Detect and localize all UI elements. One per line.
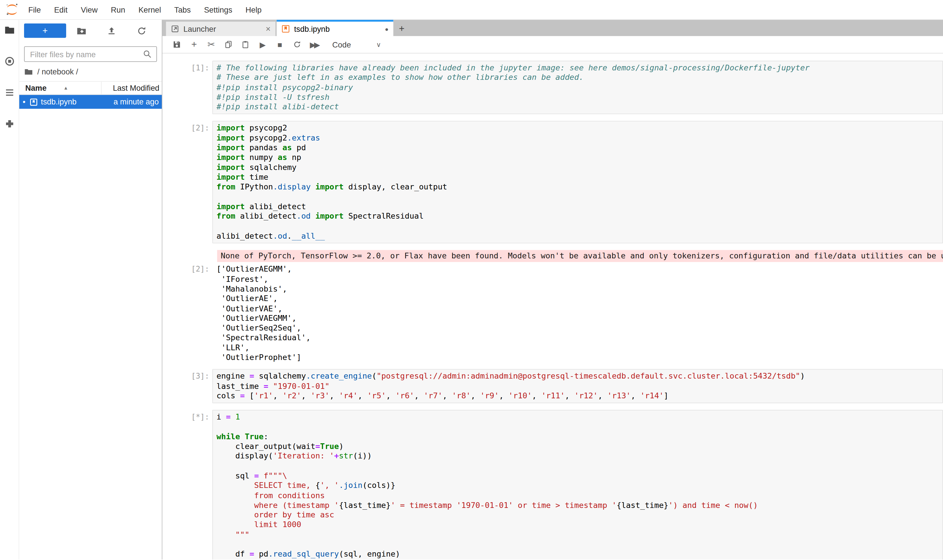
notebook-toolbar: + ✂ ▶ ■ ▶▶ Code ∨ — [162, 36, 943, 54]
copy-cells-button[interactable] — [220, 36, 237, 53]
file-browser-panel: + / note — [19, 20, 162, 559]
code-cell-editor[interactable]: i = 1 while True: clear_output(wait=True… — [212, 410, 943, 560]
menu-run[interactable]: Run — [104, 5, 132, 14]
extensions-puzzle-icon[interactable] — [4, 118, 15, 129]
cell-type-value: Code — [332, 40, 351, 49]
file-browser-toolbar: + — [19, 20, 162, 40]
cell-output: [2]:['OutlierAEGMM', 'IForest', 'Mahalan… — [167, 265, 943, 363]
tab-tsdb-notebook[interactable]: tsdb.ipynb ● — [276, 20, 393, 36]
jupyter-logo-icon — [5, 2, 19, 17]
unsaved-changes-icon[interactable]: ● — [385, 25, 389, 32]
dock-tab-bar: Launcher × tsdb.ipynb ● + — [162, 20, 943, 36]
running-sessions-icon[interactable] — [4, 56, 15, 67]
code-cell-editor[interactable]: # The following libraries have already b… — [212, 61, 943, 114]
notebook-cell[interactable]: [1]:# The following libraries have alrea… — [167, 61, 943, 114]
menu-file[interactable]: File — [22, 5, 48, 14]
menu-settings[interactable]: Settings — [197, 5, 239, 14]
tab-label: Launcher — [184, 24, 262, 34]
stop-button[interactable]: ■ — [271, 36, 289, 53]
search-icon — [143, 49, 152, 59]
file-row-tsdb[interactable]: • tsdb.ipynb a minute ago — [19, 95, 162, 109]
notebook-file-icon — [29, 98, 38, 106]
cell-type-select[interactable]: Code ∨ — [332, 40, 381, 49]
upload-icon[interactable] — [97, 23, 127, 38]
column-modified-label[interactable]: Last Modified — [101, 82, 162, 94]
cell-input-prompt: [1]: — [167, 61, 213, 114]
filter-files-input[interactable] — [29, 49, 143, 59]
restart-kernel-button[interactable] — [289, 36, 306, 53]
menu-kernel[interactable]: Kernel — [132, 5, 168, 14]
file-modified: a minute ago — [114, 97, 159, 106]
menu-help[interactable]: Help — [239, 5, 268, 14]
menu-view[interactable]: View — [74, 5, 104, 14]
code-cell-editor[interactable]: import psycopg2import psycopg2.extrasimp… — [212, 121, 943, 243]
file-name: tsdb.ipynb — [41, 97, 111, 106]
save-button[interactable] — [168, 36, 185, 53]
cell-input-prompt: [3]: — [167, 369, 213, 403]
run-all-button[interactable]: ▶▶ — [306, 36, 324, 53]
cell-output-prompt: [2]: — [167, 265, 213, 363]
code-cell-editor[interactable]: engine = sqlalchemy.create_engine("postg… — [212, 369, 943, 403]
chevron-down-icon: ∨ — [376, 41, 381, 48]
menu-bar: File Edit View Run Kernel Tabs Settings … — [0, 0, 943, 20]
folder-icon[interactable] — [4, 25, 15, 35]
filter-files-box[interactable] — [24, 46, 157, 62]
launcher-icon — [171, 25, 179, 33]
tab-launcher[interactable]: Launcher × — [166, 22, 275, 36]
column-name-label[interactable]: Name — [25, 83, 46, 93]
sort-ascending-icon[interactable]: ▲ — [63, 85, 68, 91]
cell-input-prompt: [*]: — [167, 410, 213, 560]
notebook-cell[interactable]: [*]:i = 1 while True: clear_output(wait=… — [167, 410, 943, 560]
output-text: ['OutlierAEGMM', 'IForest', 'Mahalanobis… — [212, 265, 310, 363]
notebook-cell[interactable]: [2]:import psycopg2import psycopg2.extra… — [167, 121, 943, 243]
refresh-icon[interactable] — [127, 23, 157, 38]
notebook-cells: [1]:# The following libraries have alrea… — [162, 54, 943, 559]
file-list-header[interactable]: Name ▲ Last Modified — [19, 81, 162, 95]
folder-icon — [24, 67, 33, 76]
breadcrumb-path: / notebook / — [37, 67, 78, 76]
paste-cells-button[interactable] — [237, 36, 254, 53]
main-dock-panel: Launcher × tsdb.ipynb ● + + ✂ — [162, 20, 943, 559]
activity-bar — [0, 20, 19, 559]
new-tab-button[interactable]: + — [395, 22, 409, 36]
notebook-cell[interactable]: [3]:engine = sqlalchemy.create_engine("p… — [167, 369, 943, 403]
close-tab-icon[interactable]: × — [266, 24, 271, 34]
new-launcher-button[interactable]: + — [24, 23, 66, 38]
run-button[interactable]: ▶ — [254, 36, 271, 53]
stderr-output: None of PyTorch, TensorFlow >= 2.0, or F… — [217, 250, 943, 262]
unsaved-dot-icon: • — [22, 97, 27, 106]
add-cell-button[interactable]: + — [185, 36, 203, 53]
table-of-contents-icon[interactable] — [4, 87, 15, 98]
menu-tabs[interactable]: Tabs — [168, 5, 197, 14]
breadcrumb[interactable]: / notebook / — [19, 62, 162, 79]
cut-cells-button[interactable]: ✂ — [203, 36, 220, 53]
cell-input-prompt: [2]: — [167, 121, 213, 243]
notebook-icon — [281, 25, 290, 33]
new-folder-icon[interactable] — [66, 23, 97, 38]
menu-edit[interactable]: Edit — [48, 5, 74, 14]
tab-label: tsdb.ipynb — [294, 24, 381, 34]
jupyterlab-app: File Edit View Run Kernel Tabs Settings … — [0, 0, 943, 560]
